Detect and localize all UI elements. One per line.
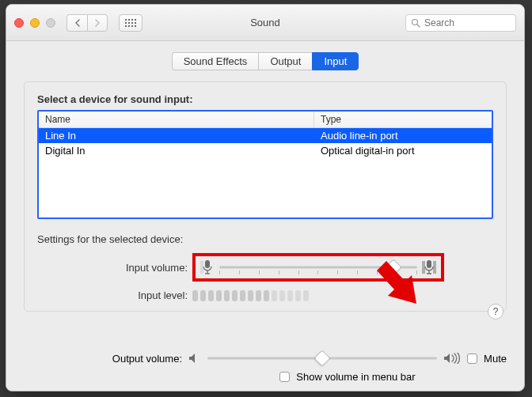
tab-bar: Sound Effects Output Input xyxy=(24,52,507,70)
input-device-table[interactable]: Name Type Line In Audio line-in port Dig… xyxy=(37,110,493,219)
output-volume-thumb[interactable] xyxy=(314,350,330,366)
input-volume-slider[interactable] xyxy=(219,259,417,275)
svg-rect-3 xyxy=(135,19,136,21)
device-type: Audio line-in port xyxy=(314,128,492,143)
svg-rect-2 xyxy=(131,19,133,21)
input-level-label: Input level: xyxy=(37,289,188,301)
tab-sound-effects[interactable]: Sound Effects xyxy=(172,52,259,70)
speaker-low-icon xyxy=(188,353,201,364)
device-settings: Settings for the selected device: Input … xyxy=(37,233,493,301)
sound-preferences-window: Sound Sound Effects Output Input Select … xyxy=(6,4,525,391)
table-header: Name Type xyxy=(39,112,492,128)
show-all-button[interactable] xyxy=(119,14,142,32)
speaker-high-icon xyxy=(443,353,461,364)
settings-label: Settings for the selected device: xyxy=(37,233,493,245)
input-level-meter xyxy=(192,290,309,301)
help-button[interactable]: ? xyxy=(488,304,504,319)
minimize-window-button[interactable] xyxy=(30,18,40,28)
input-level-row: Input level: xyxy=(37,289,493,301)
svg-line-13 xyxy=(417,25,420,27)
tab-input[interactable]: Input xyxy=(312,52,359,70)
window-controls xyxy=(14,18,55,28)
content: Sound Effects Output Input Select a devi… xyxy=(6,41,524,319)
show-in-menu-bar-checkbox[interactable] xyxy=(279,372,290,382)
titlebar: Sound xyxy=(6,5,524,41)
nav-buttons xyxy=(66,14,108,32)
input-volume-label: Input volume: xyxy=(37,262,188,274)
svg-rect-9 xyxy=(128,25,130,27)
show-in-menu-bar-label: Show volume in menu bar xyxy=(296,371,415,383)
close-window-button[interactable] xyxy=(14,18,24,28)
col-name[interactable]: Name xyxy=(39,112,314,127)
svg-rect-6 xyxy=(131,22,133,24)
input-volume-row: Input volume: xyxy=(37,253,493,282)
search-input[interactable] xyxy=(424,17,511,28)
device-type: Optical digital-in port xyxy=(314,143,492,158)
search-field[interactable] xyxy=(405,14,516,32)
device-name: Line In xyxy=(39,128,314,143)
back-button[interactable] xyxy=(66,14,87,32)
output-volume-row: Output volume: Mute xyxy=(24,350,507,366)
output-volume-label: Output volume: xyxy=(24,353,182,365)
svg-rect-8 xyxy=(125,25,127,27)
select-device-label: Select a device for sound input: xyxy=(37,93,493,105)
table-row[interactable]: Line In Audio line-in port xyxy=(39,128,492,143)
bottom-bar: Output volume: Mute Show volume in menu … xyxy=(6,346,524,383)
svg-rect-1 xyxy=(128,19,130,21)
search-icon xyxy=(411,18,420,28)
zoom-window-button[interactable] xyxy=(46,18,55,28)
col-type[interactable]: Type xyxy=(314,112,492,127)
mute-label: Mute xyxy=(484,353,507,365)
mute-checkbox[interactable] xyxy=(467,354,477,364)
input-panel: Select a device for sound input: Name Ty… xyxy=(24,81,507,312)
output-volume-slider[interactable] xyxy=(207,350,437,366)
svg-rect-7 xyxy=(135,22,136,24)
table-row[interactable]: Digital In Optical digital-in port xyxy=(39,143,492,158)
svg-rect-14 xyxy=(205,260,210,268)
svg-rect-11 xyxy=(135,25,136,27)
svg-rect-4 xyxy=(125,22,127,24)
svg-rect-10 xyxy=(131,25,133,27)
device-name: Digital In xyxy=(39,143,314,158)
svg-rect-5 xyxy=(128,22,130,24)
svg-rect-19 xyxy=(427,260,431,268)
annotation-highlight xyxy=(192,253,444,282)
mic-low-icon xyxy=(200,259,215,276)
mic-high-icon xyxy=(422,259,436,276)
svg-point-12 xyxy=(412,19,418,25)
tab-output[interactable]: Output xyxy=(258,52,312,70)
forward-button[interactable] xyxy=(87,14,108,32)
svg-rect-0 xyxy=(125,19,127,21)
menu-bar-row: Show volume in menu bar xyxy=(24,371,507,383)
